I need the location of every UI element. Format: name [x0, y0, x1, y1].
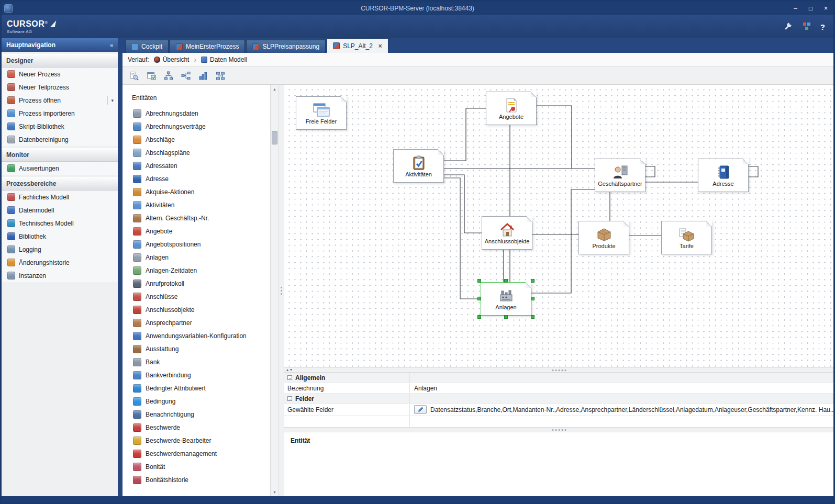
diagram-node-anlagen[interactable]: Anlagen	[481, 282, 531, 316]
entity-list-item[interactable]: Bedingung	[123, 395, 270, 408]
sidebar-item-neuer-teilprozess[interactable]: Neuer Teilprozess	[2, 81, 118, 94]
modules-icon[interactable]	[803, 22, 811, 32]
sidebar-item-technisches-modell[interactable]: Technisches Modell	[2, 217, 118, 230]
collapse-sidebar-icon[interactable]: «	[110, 42, 113, 48]
sidebar-item-prozess-importieren[interactable]: Prozess importieren	[2, 107, 118, 120]
entity-list-item[interactable]: Abschläge	[123, 133, 270, 146]
entity-list-item[interactable]: Adresse	[123, 172, 270, 185]
entity-list-item[interactable]: Altern. Geschäftsp.-Nr.	[123, 211, 270, 225]
chevron-down-icon[interactable]: ▾	[107, 96, 114, 105]
edit-fields-button[interactable]	[414, 405, 427, 414]
entity-list-item[interactable]: Anlagen	[123, 251, 270, 264]
sidebar-item-auswertungen[interactable]: Auswertungen	[2, 162, 118, 175]
scroll-up-button[interactable]: ▲	[271, 85, 279, 93]
sidebar-item-fachliches-modell[interactable]: Fachliches Modell	[2, 191, 118, 204]
entity-list-item[interactable]: Ansprechpartner	[123, 316, 270, 329]
entity-list-item[interactable]: Anschlüsse	[123, 290, 270, 303]
maximize-button[interactable]: □	[803, 2, 818, 15]
entity-list-item[interactable]: Abrechnungsdaten	[123, 107, 270, 120]
property-row-gewaehlte-felder[interactable]: Gewählte Felder Datensatzstatus,Branche,…	[284, 404, 833, 416]
entity-list-item[interactable]: Beschwerdemanagement	[123, 447, 270, 460]
tab-slp-alt-2[interactable]: SLP_Alt_2 ×	[327, 38, 388, 53]
sidebar-item-neuer-prozess[interactable]: Neuer Prozess	[2, 68, 118, 81]
bar-layout-button[interactable]	[197, 70, 209, 82]
panel-splitter-grip[interactable]	[279, 85, 284, 496]
collapse-section-icon[interactable]	[287, 375, 292, 380]
entity-list-item[interactable]: Abschlagspläne	[123, 146, 270, 159]
entity-list-item[interactable]: Bank	[123, 355, 270, 368]
close-button[interactable]: ×	[818, 2, 833, 15]
property-value[interactable]: Datensatzstatus,Branche,Ort,Mandanten-Nr…	[430, 406, 833, 413]
sidebar-item-skript-bibliothek[interactable]: Skript-Bibliothek	[2, 120, 118, 133]
property-value[interactable]: Anlagen	[414, 385, 437, 392]
tree-layout-button[interactable]	[180, 70, 192, 82]
sidebar-item-label: Prozess öffnen	[19, 97, 61, 104]
entity-list-scrollbar[interactable]: ▲ ▼	[270, 85, 279, 496]
tab-meinersterprozess[interactable]: MeinErsterProzess	[170, 40, 245, 53]
entity-icon	[133, 293, 141, 301]
orthogonal-layout-button[interactable]	[214, 70, 227, 82]
nav-section-header-designer[interactable]: Designer	[2, 54, 118, 68]
diagram-node-adresse[interactable]: Adresse	[698, 159, 749, 192]
collapse-section-icon[interactable]	[287, 396, 292, 401]
entity-list-item[interactable]: Bonitätshistorie	[123, 473, 270, 486]
entity-list-item[interactable]: Abrechnungsverträge	[123, 120, 270, 133]
collapse-down-icon[interactable]: ▾	[290, 368, 292, 372]
collapse-up-icon[interactable]: ▴	[286, 368, 288, 372]
canvas-properties-splitter[interactable]: ▴ ▾	[284, 367, 833, 373]
entity-icon	[133, 162, 141, 170]
tab-cockpit[interactable]: Cockpit	[125, 40, 169, 53]
splitter-grip[interactable]	[552, 429, 566, 431]
breadcrumb-item-daten-modell[interactable]: Daten Modell	[201, 56, 247, 63]
nav-section-header-prozessbereiche[interactable]: Prozessbereiche	[2, 177, 118, 191]
diagram-node-aktivitaeten[interactable]: Aktivitäten	[393, 149, 444, 183]
fit-view-button[interactable]	[128, 70, 140, 82]
entity-list-item[interactable]: Ausstattung	[123, 342, 270, 355]
property-row-bezeichnung[interactable]: Bezeichnung Anlagen	[284, 383, 833, 394]
entity-list-item[interactable]: Angebotspositionen	[123, 238, 270, 251]
entity-list-item[interactable]: Akquise-Aktionen	[123, 185, 270, 198]
diagram-node-tarife[interactable]: Tarife	[661, 221, 712, 254]
sidebar-item-bibliothek[interactable]: Bibliothek	[2, 230, 118, 243]
sidebar-item-logging[interactable]: Logging	[2, 243, 118, 256]
hierarchic-layout-button[interactable]	[162, 70, 175, 82]
entity-list-item[interactable]: Beschwerde	[123, 421, 270, 434]
help-icon[interactable]: ?	[820, 23, 825, 31]
sidebar-item-instanzen[interactable]: Instanzen	[2, 269, 118, 282]
close-tab-icon[interactable]: ×	[378, 42, 382, 50]
properties-detail-splitter[interactable]	[284, 427, 833, 432]
scrollbar-thumb[interactable]	[272, 131, 277, 144]
minimize-button[interactable]: –	[788, 2, 803, 15]
entity-list-item[interactable]: Benachrichtigung	[123, 408, 270, 421]
diagram-node-freie-felder[interactable]: Freie Felder	[296, 96, 347, 130]
entity-list-item[interactable]: Aktivitäten	[123, 198, 270, 211]
entity-list-item[interactable]: Angebote	[123, 225, 270, 238]
settings-wrench-icon[interactable]	[784, 21, 793, 32]
entity-list-item[interactable]: Anwendungsvariablen-Konfiguration	[123, 329, 270, 342]
sidebar-item-prozess-oeffnen[interactable]: Prozess öffnen▾	[2, 94, 118, 107]
diagram-node-angebote[interactable]: Angebote	[486, 92, 537, 125]
entity-list-item[interactable]: Bankverbindung	[123, 368, 270, 382]
entity-list-item[interactable]: Bedingter Attributwert	[123, 382, 270, 395]
nav-section-header-monitor[interactable]: Monitor	[2, 148, 118, 162]
sidebar-splitter[interactable]	[118, 38, 123, 496]
entity-list-item[interactable]: Anrufprotokoll	[123, 277, 270, 290]
diagram-node-produkte[interactable]: Produkte	[578, 221, 629, 254]
sidebar-item-datenbereinigung[interactable]: Datenbereinigung	[2, 133, 118, 146]
scroll-down-button[interactable]: ▼	[271, 488, 279, 496]
entity-list-item[interactable]: Anschlussobjekte	[123, 303, 270, 316]
diagram-node-geschaeftspartner[interactable]: Geschäftspartner	[595, 159, 645, 192]
sidebar-item-aenderungshistorie[interactable]: Änderungshistorie	[2, 256, 118, 269]
window-bottom-border	[2, 496, 833, 502]
entity-list-item[interactable]: Bonität	[123, 460, 270, 473]
diagram-canvas[interactable]: Freie Felder	[284, 85, 833, 367]
tab-slppreisanpassung[interactable]: SLPPreisanpassung	[246, 40, 326, 53]
overview-window-button[interactable]	[145, 70, 158, 82]
entity-list-item[interactable]: Anlagen-Zeitdaten	[123, 264, 270, 277]
splitter-grip[interactable]	[552, 369, 566, 371]
breadcrumb-item-uebersicht[interactable]: Übersicht	[154, 56, 190, 63]
sidebar-item-datenmodell[interactable]: Datenmodell	[2, 204, 118, 217]
entity-list-item[interactable]: Beschwerde-Bearbeiter	[123, 434, 270, 447]
diagram-node-anschlussobjekte[interactable]: Anschlussobjekte	[482, 216, 532, 250]
entity-list-item[interactable]: Adressaten	[123, 159, 270, 172]
